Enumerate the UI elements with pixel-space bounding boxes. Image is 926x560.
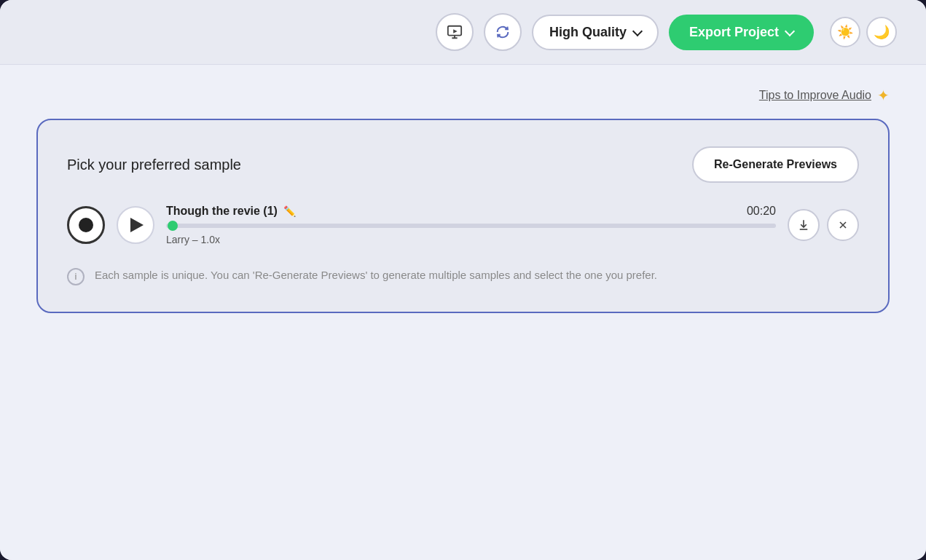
record-dot-icon: [79, 218, 93, 232]
info-text: Each sample is unique. You can 'Re-Gener…: [95, 267, 657, 284]
sample-card: Pick your preferred sample Re-Generate P…: [36, 119, 890, 313]
main-content: Tips to Improve Audio ✦ Pick your prefer…: [0, 65, 926, 560]
progress-bar[interactable]: [166, 224, 776, 228]
player-info: Though the revie (1) ✏️ 00:20 Larry – 1.…: [166, 205, 776, 245]
theme-toggle-group: ☀️ 🌙: [830, 17, 897, 47]
track-name: Though the revie (1) ✏️: [166, 205, 296, 218]
record-button[interactable]: [67, 206, 105, 244]
track-duration: 00:20: [747, 205, 776, 218]
quality-dropdown[interactable]: High Quality: [532, 15, 659, 50]
player-actions: [788, 209, 859, 241]
card-title: Pick your preferred sample: [67, 157, 241, 173]
refresh-button[interactable]: [484, 13, 522, 51]
track-meta: Larry – 1.0x: [166, 234, 776, 245]
quality-label: High Quality: [549, 25, 627, 40]
tips-link[interactable]: Tips to Improve Audio: [759, 89, 871, 102]
export-label: Export Project: [689, 25, 779, 40]
close-button[interactable]: [827, 209, 859, 241]
dark-theme-button[interactable]: 🌙: [866, 17, 897, 47]
add-media-button[interactable]: [436, 13, 474, 51]
tips-row: Tips to Improve Audio ✦: [36, 87, 890, 104]
light-theme-button[interactable]: ☀️: [830, 17, 860, 47]
sparkle-icon: ✦: [877, 87, 890, 104]
regenerate-button[interactable]: Re-Generate Previews: [692, 146, 859, 183]
info-icon: i: [67, 268, 85, 285]
chevron-down-icon: [634, 25, 641, 40]
card-header: Pick your preferred sample Re-Generate P…: [67, 146, 859, 183]
info-row: i Each sample is unique. You can 'Re-Gen…: [67, 267, 859, 285]
download-button[interactable]: [788, 209, 820, 241]
export-button[interactable]: Export Project: [669, 15, 814, 50]
play-icon: [130, 218, 144, 232]
progress-dot-icon: [168, 221, 178, 231]
player-top: Though the revie (1) ✏️ 00:20: [166, 205, 776, 218]
toolbar: High Quality Export Project ☀️ 🌙: [0, 0, 926, 65]
player-row: Though the revie (1) ✏️ 00:20 Larry – 1.…: [67, 205, 859, 245]
play-button[interactable]: [117, 206, 154, 244]
app-window: High Quality Export Project ☀️ 🌙 Tips to…: [0, 0, 926, 560]
edit-icon[interactable]: ✏️: [283, 205, 296, 217]
svg-marker-1: [453, 29, 458, 33]
export-chevron-icon: [786, 25, 793, 40]
